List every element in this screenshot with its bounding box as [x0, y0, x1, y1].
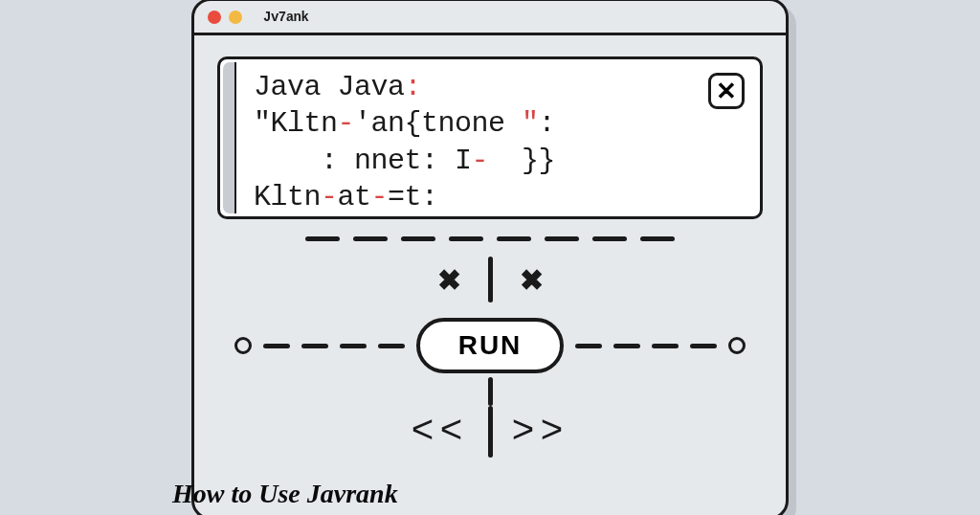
node-circle-icon — [234, 337, 252, 354]
code-line-4b: - — [321, 181, 338, 213]
page-caption: How to Use Javrank — [172, 479, 398, 509]
code-line-4c: at — [338, 181, 371, 213]
left-brackets-icon: << — [411, 411, 468, 454]
x-icon: ✖ — [520, 263, 544, 297]
code-line-3a: : nnet: I — [254, 145, 472, 177]
code-line-4a: Kltn — [254, 181, 321, 213]
code-line-1b: : — [405, 71, 422, 103]
window-title: Jv7ank — [263, 10, 308, 25]
right-brackets-icon: >> — [512, 411, 569, 454]
connector-dashes-right — [575, 344, 717, 348]
minimize-traffic-dot[interactable] — [229, 11, 242, 24]
title-bar: Jv7ank — [194, 1, 786, 35]
code-gutter — [223, 62, 236, 213]
code-panel: Java Java: "Kltn-'an{tnone ": : nnet: I-… — [217, 56, 763, 219]
code-line-2a: "Kltn — [254, 107, 338, 140]
run-button-label: RUN — [458, 330, 523, 361]
vertical-connector — [194, 377, 786, 406]
code-line-3b: - — [472, 145, 489, 177]
code-line-4d: - — [371, 181, 389, 213]
code-line-2b: - — [338, 107, 355, 140]
vertical-divider — [488, 257, 493, 302]
vertical-divider — [488, 406, 493, 458]
divider-dashes — [194, 236, 786, 241]
node-circle-icon — [728, 337, 746, 354]
run-row: RUN — [194, 318, 786, 373]
x-icon: ✖ — [437, 263, 461, 297]
app-window: Jv7ank Java Java: "Kltn-'an{tnone ": : n… — [191, 0, 789, 515]
code-text: Java Java: "Kltn-'an{tnone ": : nnet: I-… — [236, 59, 760, 216]
brackets-row: << >> — [194, 406, 786, 458]
close-traffic-dot[interactable] — [208, 11, 221, 24]
code-line-2c: 'an{tnone — [354, 107, 522, 140]
x-marks-row: ✖ ✖ — [194, 257, 786, 302]
code-line-1a: Java Java — [254, 71, 405, 103]
close-icon: ✕ — [716, 77, 737, 106]
code-line-3c: }} — [488, 145, 555, 177]
code-line-2e: : — [539, 107, 556, 140]
code-line-2d: " — [522, 107, 539, 140]
code-line-4e: =t: — [388, 181, 438, 213]
connector-dashes-left — [263, 344, 405, 348]
run-button[interactable]: RUN — [416, 318, 564, 373]
close-button[interactable]: ✕ — [708, 73, 745, 109]
